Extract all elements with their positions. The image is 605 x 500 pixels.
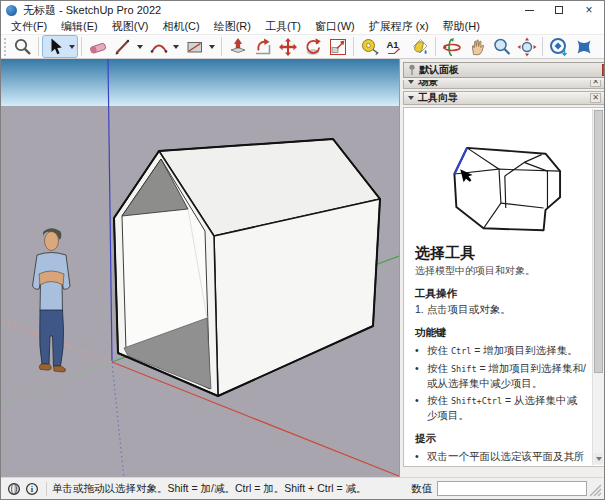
tool-zoom-group	[489, 35, 514, 58]
tool-zoom-extents-group	[514, 35, 539, 58]
main-area: 默认面板 ✕ 场景 ✕ 工具向导 ✕	[1, 59, 604, 477]
geolocation-icon[interactable]	[7, 482, 21, 496]
tool-arc-group	[146, 35, 182, 58]
statusbar: i 单击或拖动以选择对象。Shift = 加/减。Ctrl = 加。Shift …	[1, 477, 604, 499]
tool-text-group: A1	[382, 35, 407, 58]
section-close-icon[interactable]: ✕	[590, 80, 601, 87]
app-window: 无标题 - SketchUp Pro 2022 × 文件(F)编辑(E)视图(V…	[0, 0, 605, 500]
tool-select-group	[42, 35, 78, 58]
tool-scale-button[interactable]	[326, 36, 349, 57]
tool-move-button[interactable]	[276, 36, 299, 57]
tool-eraser-group	[85, 35, 110, 58]
tool-select-dropdown-button[interactable]	[66, 36, 77, 57]
toolbar-divider	[38, 37, 39, 56]
move-icon	[278, 37, 298, 57]
modeling-viewport[interactable]	[1, 59, 399, 479]
bullet-marker: •	[415, 361, 427, 391]
tool-push-pull-group	[225, 35, 250, 58]
bullet-text: 按住 Ctrl = 增加项目到选择集。	[427, 343, 578, 358]
viewport-canvas	[1, 59, 399, 479]
menu-item-help[interactable]: 帮助(H)	[436, 19, 487, 34]
menu-item-draw[interactable]: 绘图(R)	[207, 19, 258, 34]
maximize-button[interactable]	[544, 1, 574, 19]
measurement-label: 数值	[411, 482, 432, 496]
tool-scale-group	[325, 35, 350, 58]
tool-text-button[interactable]: A1	[383, 36, 406, 57]
tool-warehouse-3d-button[interactable]	[547, 36, 570, 57]
tool-zoom-button[interactable]	[490, 36, 513, 57]
toolbar-grip[interactable]	[4, 38, 7, 56]
scale-icon	[328, 37, 348, 57]
tool-offset-button[interactable]	[251, 36, 274, 57]
tool-orbit-button[interactable]	[440, 36, 463, 57]
credits-info-icon[interactable]: i	[25, 482, 39, 496]
extension-warehouse-icon	[574, 37, 594, 57]
tool-paint-bucket-button[interactable]	[408, 36, 431, 57]
chevron-down-icon	[209, 45, 215, 49]
tray-title: 默认面板	[419, 63, 602, 77]
menu-item-extensions[interactable]: 扩展程序 (x)	[362, 19, 436, 34]
toolbar: A1	[1, 34, 604, 59]
instructor-group-2: 提示•双击一个平面以选定该平面及其所有边线。•双击一条边线以选定该边线及与其共享…	[415, 432, 587, 467]
close-button[interactable]: ×	[574, 1, 604, 19]
instructor-step: 1. 点击项目或对象。	[415, 303, 587, 317]
scroll-down-button[interactable]	[594, 453, 603, 464]
tool-push-pull-button[interactable]	[226, 36, 249, 57]
instructor-scrollbar[interactable]	[592, 109, 604, 465]
arrow-down-icon	[596, 457, 602, 461]
tool-pan-group	[464, 35, 489, 58]
tool-arc-dropdown-button[interactable]	[170, 36, 181, 57]
tool-arc-button[interactable]	[147, 36, 170, 57]
instructor-group-1: 功能键•按住 Ctrl = 增加项目到选择集。•按住 Shift = 增加项目到…	[415, 326, 587, 423]
tray-header[interactable]: 默认面板 ✕	[403, 62, 605, 78]
menu-item-edit[interactable]: 编辑(E)	[54, 19, 105, 34]
tool-line-button[interactable]	[111, 36, 134, 57]
menu-item-view[interactable]: 视图(V)	[105, 19, 156, 34]
scrollbar-thumb[interactable]	[594, 110, 603, 373]
section-bar-instructor[interactable]: 工具向导 ✕	[403, 91, 605, 105]
tool-orbit-group	[439, 35, 464, 58]
tool-select-button[interactable]	[43, 36, 66, 57]
zoom-extents-icon	[517, 37, 537, 57]
measurement-input[interactable]	[437, 481, 587, 496]
bullet-text: 按住 Shift+Ctrl = 从选择集中减少项目。	[427, 393, 587, 423]
search-icon	[13, 37, 33, 57]
eraser-icon	[88, 37, 108, 57]
maximize-icon	[555, 6, 563, 14]
tool-line-group	[110, 35, 146, 58]
tool-eraser-button[interactable]	[86, 36, 109, 57]
paint-bucket-icon	[410, 37, 430, 57]
section-close-icon[interactable]: ✕	[590, 93, 601, 103]
tool-extension-warehouse-button[interactable]	[572, 36, 595, 57]
tool-tape-measure-button[interactable]	[358, 36, 381, 57]
tool-pan-button[interactable]	[465, 36, 488, 57]
pin-icon	[407, 64, 417, 76]
tool-line-dropdown-button[interactable]	[134, 36, 145, 57]
section-label: 工具向导	[418, 91, 458, 105]
tool-rectangle-dropdown-button[interactable]	[206, 36, 217, 57]
instructor-illustration	[411, 112, 587, 238]
toolbar-divider	[435, 37, 436, 56]
toolbar-divider	[221, 37, 222, 56]
tool-zoom-extents-button[interactable]	[515, 36, 538, 57]
menu-item-file[interactable]: 文件(F)	[4, 19, 54, 34]
menu-item-window[interactable]: 窗口(W)	[308, 19, 362, 34]
tool-rectangle-button[interactable]	[183, 36, 206, 57]
tool-search-group	[10, 35, 35, 58]
warehouse-3d-icon	[549, 37, 569, 57]
tool-rotate-group	[300, 35, 325, 58]
arc-icon	[149, 37, 169, 57]
tool-offset-group	[250, 35, 275, 58]
section-bar-scenes[interactable]: 场景 ✕	[403, 80, 605, 89]
chevron-down-icon	[69, 45, 75, 49]
tool-search-button[interactable]	[11, 36, 34, 57]
minimize-button[interactable]	[514, 1, 544, 19]
menu-item-camera[interactable]: 相机(C)	[155, 19, 206, 34]
tool-warehouse-3d-group	[546, 35, 571, 58]
bullet-marker: •	[415, 393, 427, 423]
rotate-icon	[303, 37, 323, 57]
tool-rotate-button[interactable]	[301, 36, 324, 57]
menu-item-tools[interactable]: 工具(T)	[258, 19, 308, 34]
resize-grip[interactable]	[589, 481, 602, 497]
svg-text:i: i	[31, 484, 34, 494]
